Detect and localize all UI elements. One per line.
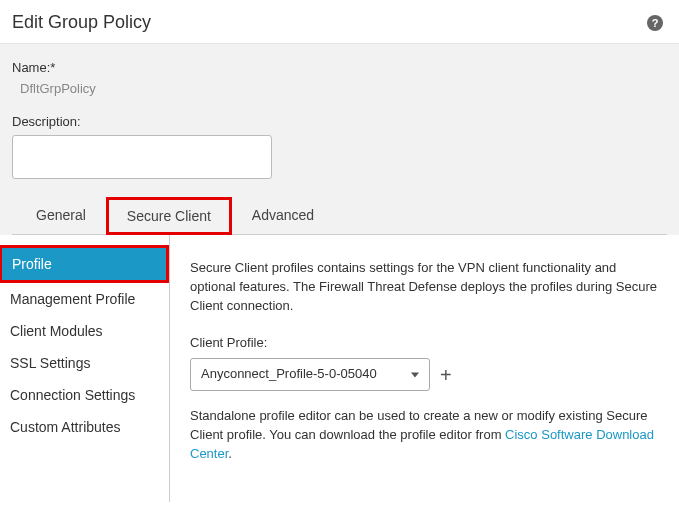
sidebar-item-management-profile[interactable]: Management Profile	[0, 283, 169, 315]
tab-secure-client[interactable]: Secure Client	[106, 197, 232, 235]
add-profile-button[interactable]: +	[440, 365, 452, 385]
tabs: General Secure Client Advanced	[12, 196, 667, 235]
sidebar-item-ssl-settings[interactable]: SSL Settings	[0, 347, 169, 379]
client-profile-select[interactable]: Anyconnect_Profile-5-0-05040	[190, 358, 430, 391]
name-label: Name:*	[12, 60, 667, 75]
sidebar-item-custom-attributes[interactable]: Custom Attributes	[0, 411, 169, 443]
name-value: DfltGrpPolicy	[20, 81, 667, 96]
description-label: Description:	[12, 114, 667, 129]
intro-text: Secure Client profiles contains settings…	[190, 259, 661, 316]
content-panel: Secure Client profiles contains settings…	[170, 235, 679, 502]
sidebar-item-profile[interactable]: Profile	[0, 245, 169, 283]
standalone-text-after: .	[228, 446, 232, 461]
page-title: Edit Group Policy	[12, 12, 151, 33]
sidebar: Profile Management Profile Client Module…	[0, 235, 170, 502]
tab-advanced[interactable]: Advanced	[232, 197, 334, 235]
standalone-text: Standalone profile editor can be used to…	[190, 407, 661, 464]
description-textarea[interactable]	[12, 135, 272, 179]
sidebar-item-connection-settings[interactable]: Connection Settings	[0, 379, 169, 411]
help-icon[interactable]: ?	[647, 15, 663, 31]
client-profile-value: Anyconnect_Profile-5-0-05040	[201, 366, 377, 381]
sidebar-item-client-modules[interactable]: Client Modules	[0, 315, 169, 347]
tab-general[interactable]: General	[16, 197, 106, 235]
client-profile-label: Client Profile:	[190, 334, 661, 353]
